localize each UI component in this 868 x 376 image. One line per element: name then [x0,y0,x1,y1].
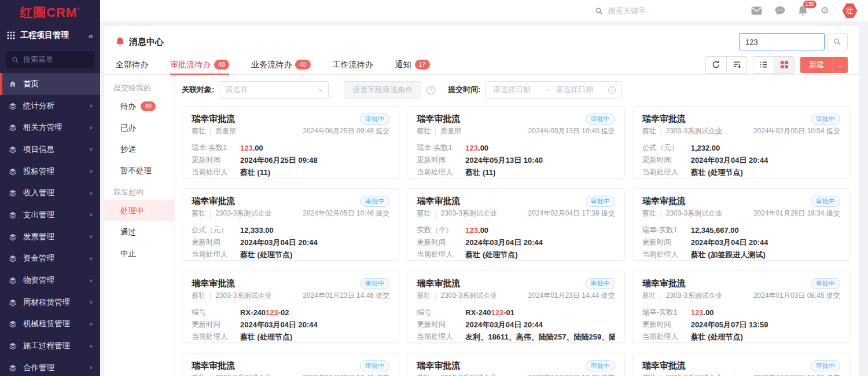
sidebar-item[interactable]: 物资管理 ∨ [0,269,100,291]
help-icon[interactable]: ? [426,86,435,94]
card-submitter: 蔡壮 [417,373,431,376]
create-button[interactable]: 新建 [800,57,833,73]
field-label: 当前处理人 [417,166,465,178]
end-date-input[interactable]: 请选择日期 [553,85,606,95]
sort-button[interactable] [726,57,746,73]
field-value: 蔡壮 (11) [465,166,495,178]
status-badge: 审批中 [586,278,615,289]
refresh-button[interactable] [706,57,726,73]
sidebar-item[interactable]: 相关方管理 ∨ [0,116,100,138]
sidebar-item[interactable]: 合作管理 ∨ [0,357,100,376]
filter-item[interactable]: 抄送 [104,138,174,160]
tab[interactable]: 全部待办 [116,55,148,74]
card-header: 瑞幸审批流 审批中 [417,278,615,289]
sidebar-item-label: 支出管理 [23,210,54,220]
chevron-down-icon: ∨ [89,256,93,261]
sidebar-item[interactable]: 机械租赁管理 ∨ [0,313,100,335]
sidebar-item[interactable]: 收入管理 ∨ [0,182,100,204]
avatar[interactable]: 壮 [842,3,858,19]
apps-grid-icon[interactable] [7,31,15,39]
mail-icon[interactable] [751,6,762,15]
sidebar-item-label: 统计分析 [23,101,54,111]
related-object-select[interactable]: 请选择 ∨ [219,81,329,98]
sidebar-item-label: 发票管理 [23,232,54,242]
sidebar-item[interactable]: 首页 [0,73,100,95]
approval-card[interactable]: 瑞幸审批流 审批中 蔡壮 | 2303-3系测试企业 2024年01月23日 1… [182,271,399,343]
keyword-search [739,33,848,50]
card-title: 瑞幸审批流 [192,278,235,289]
approval-card[interactable]: 瑞幸审批流 审批中 蔡壮 | 2303-3系测试企业 2023年12月29日 1… [182,353,399,376]
card-subheader: 蔡壮 | 质量部 2024年06月25日 09:48 提交 [192,126,389,136]
approval-card[interactable]: 瑞幸审批流 审批中 蔡壮 | 2303-3系测试企业 2024年01月03日 0… [632,271,850,343]
separator: | [209,374,211,376]
tab[interactable]: 业务流待办 48 [251,55,310,74]
card-submit-time: 2023年12月28日 16:02 提交 [753,373,840,376]
sidebar-item[interactable]: 项目信息 ∨ [0,138,100,160]
filter-item[interactable]: 通过 [104,221,174,243]
field-value: 123.00 [465,142,488,154]
approval-card[interactable]: 瑞幸审批流 审批中 蔡壮 | 2303-3系测试企业 2024年02月04日 1… [407,188,624,261]
tab[interactable]: 通知 17 [395,55,430,74]
create-more-button[interactable]: … [833,57,848,73]
approval-card[interactable]: 瑞幸审批流 审批中 蔡壮 | 2303-3系测试企业 2024年01月23日 1… [407,271,624,343]
start-date-input[interactable]: 请选择日期 [491,85,544,95]
approval-card[interactable]: 瑞幸审批流 审批中 蔡壮 | 质量部 2024年05月13日 10:40 提交 … [407,106,624,178]
approval-card[interactable]: 瑞幸审批流 审批中 蔡壮 | 2303-3系测试企业 2024年02月05日 1… [632,106,850,178]
tab[interactable]: 工作流待办 [333,55,373,74]
field-label: 更新时间 [192,154,240,166]
card-header: 瑞幸审批流 审批中 [417,360,615,371]
card-header: 瑞幸审批流 审批中 [642,278,840,289]
sidebar-item[interactable]: 支出管理 ∨ [0,204,100,226]
sidebar-item[interactable]: 发票管理 ∨ [0,226,100,248]
notifications-bell-icon[interactable]: 135 [798,5,808,16]
grid-view-button[interactable] [774,57,794,73]
field-value: 2024年05月13日 10:40 [465,154,543,166]
sidebar-item[interactable]: 投标管理 ∨ [0,160,100,182]
layers-icon [8,233,17,241]
sidebar-item[interactable]: 周材租赁管理 ∨ [0,291,100,313]
card-department: 2303-3系测试企业 [215,373,271,376]
approval-card[interactable]: 瑞幸审批流 审批中 蔡壮 | 质量部 2024年06月25日 09:48 提交 … [182,106,399,178]
card-fields: 瑞幸-实数1 123.00 更新时间 2024年05月07日 13:59 当前处… [642,306,840,343]
layers-icon [8,211,17,219]
field-label: 当前处理人 [417,249,465,261]
filter-item[interactable]: 中止 [104,243,174,264]
keyword-search-input[interactable] [739,33,825,50]
filter-bar: 关联对象: 请选择 ∨ 设置字段筛选条件 ? 提交时间: 请选择日期 - 请选择… [182,81,850,99]
chat-icon[interactable] [775,6,785,16]
filter-item[interactable]: 处理中 [104,200,174,221]
filter-item[interactable]: 已办 [104,117,174,138]
field-value: 2024年03月04日 20:44 [691,154,768,166]
sidebar-item[interactable]: 资金管理 ∨ [0,248,100,270]
sidebar-search-input[interactable]: 搜索菜单 [6,51,94,68]
main-area: 搜索关键字... 135 ⚙ 壮 消息中心 [100,0,868,376]
approval-card[interactable]: 瑞幸审批流 审批中 蔡壮 | 2303-3系测试企业 2024年02月05日 1… [182,188,399,261]
list-view-button[interactable] [753,57,774,73]
date-range-picker[interactable]: 请选择日期 - 请选择日期 [486,81,621,98]
card-field-row: 实数（个） 123.00 [417,224,615,236]
approval-card[interactable]: 瑞幸审批流 审批中 蔡壮 | 2303-3系测试企业 2023年12月28日 1… [407,353,624,376]
tab-count-badge: 48 [295,60,310,69]
tab[interactable]: 审批流待办 48 [170,55,229,74]
sidebar-item[interactable]: 施工过程管理 ∨ [0,335,100,357]
card-field-row: 当前处理人 友利、18611、高伟、陆陆257、陆陆259、陆陆258、群、蔡.… [417,331,615,343]
filter-sidebar: 提交给我的 待办 48 已办 抄送 暂不处理 我发起的 处理中 通过 中止 [104,75,175,376]
sidebar-collapse-icon[interactable]: « [89,31,93,41]
field-value: 2024年03月04日 20:44 [240,236,318,249]
field-value: 1,232.00 [691,142,720,154]
field-label: 更新时间 [642,236,691,249]
home-icon [8,80,17,88]
approval-card[interactable]: 瑞幸审批流 审批中 蔡壮 | 2303-3系测试企业 2024年01月26日 1… [632,188,850,261]
gear-icon[interactable]: ⚙ [821,6,829,16]
approval-card[interactable]: 瑞幸审批流 审批中 蔡壮 | 2303-3系测试企业 2023年12月28日 1… [632,353,850,376]
card-header: 瑞幸审批流 审批中 [192,360,389,371]
field-filter-button[interactable]: 设置字段筛选条件 [344,81,421,98]
global-search[interactable]: 搜索关键字... [595,6,751,16]
filter-item[interactable]: 暂不处理 [104,160,174,181]
keyword-search-button[interactable] [827,33,848,50]
field-value: 2024年05月07日 13:59 [691,319,768,331]
tab-count-badge: 48 [214,60,229,69]
card-title: 瑞幸审批流 [192,360,235,371]
sidebar-item[interactable]: 统计分析 ∨ [0,95,100,117]
filter-item[interactable]: 待办 48 [104,96,174,117]
